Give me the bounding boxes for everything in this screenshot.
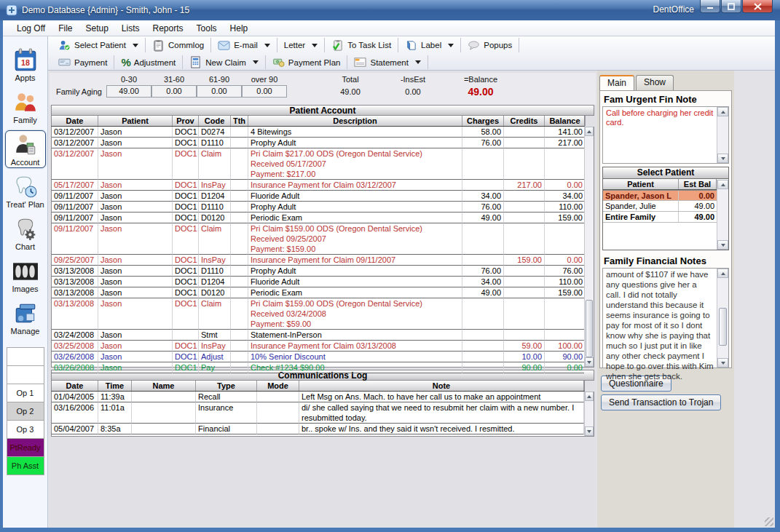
table-row[interactable]: 09/11/2007JasonDOC1D0120Periodic Exam49.…: [52, 213, 584, 223]
menu-file[interactable]: File: [52, 21, 79, 36]
menu-tools[interactable]: Tools: [190, 21, 224, 36]
financial-notes-text: amount of $1107 if we have any questions…: [603, 269, 728, 382]
scroll-down-icon[interactable]: [585, 357, 594, 367]
toolbar-new-claim-button[interactable]: New Claim: [184, 54, 264, 71]
scroll-thumb[interactable]: [586, 300, 593, 357]
payment-icon: [58, 56, 71, 68]
tab-show[interactable]: Show: [636, 75, 674, 90]
financial-notes-box[interactable]: amount of $1107 if we have any questions…: [602, 268, 729, 368]
table-row[interactable]: 01/04/200511:39aRecallLeft Msg on Ans. M…: [52, 392, 584, 402]
maximize-button[interactable]: [721, 0, 741, 13]
menu-setup[interactable]: Setup: [79, 21, 114, 36]
send-transaction-to-trojan-button[interactable]: Send Transaction to Trojan: [601, 394, 721, 410]
table-row[interactable]: 09/25/2007JasonDOC1InsPayInsurance Payme…: [52, 255, 584, 266]
financial-notes-scrollbar[interactable]: [717, 269, 728, 368]
toolbar-statement-button[interactable]: Statement: [348, 54, 426, 71]
app-icon: [6, 4, 17, 16]
aging-value-31-60: 0.00: [151, 85, 197, 98]
op-cell-op-2[interactable]: Op 2: [7, 402, 44, 421]
account-scrollbar[interactable]: [584, 127, 594, 367]
toolbar-label-button[interactable]: Label: [399, 36, 460, 54]
table-row[interactable]: 03/13/2008JasonDOC1ClaimPri Claim $159.0…: [52, 298, 584, 330]
dropdown-arrow-icon[interactable]: [264, 44, 270, 47]
table-row[interactable]: 03/24/2008JasonStmtStatement-InPerson: [52, 330, 584, 341]
table-row[interactable]: 09/11/2007JasonDOC1ClaimPri Claim $159.0…: [52, 223, 584, 255]
operatory-list: Op 1Op 2Op 3PtReadyPh Asst: [7, 347, 44, 475]
toolbar-select-patient-button[interactable]: Select Patient: [52, 36, 144, 54]
sidebar-item-treat-plan[interactable]: Treat' Plan: [5, 172, 46, 210]
treatplan-icon: [12, 175, 39, 199]
close-button[interactable]: [742, 0, 773, 13]
table-row[interactable]: 03/13/2008JasonDOC1D1110Prophy Adult76.0…: [52, 266, 584, 277]
menu-reports[interactable]: Reports: [146, 21, 190, 36]
scroll-up-icon[interactable]: [717, 269, 728, 278]
commlog-scrollbar[interactable]: [584, 392, 594, 436]
op-cell-ph-asst[interactable]: Ph Asst: [7, 457, 44, 475]
op-cell-empty-0[interactable]: [7, 348, 44, 366]
sidebar-item-images[interactable]: Images: [5, 257, 46, 295]
dropdown-arrow-icon[interactable]: [133, 44, 138, 47]
select-patient-row[interactable]: Spander, Jason L0.00: [603, 190, 717, 201]
aging-col-61-90: 61-90: [197, 75, 242, 84]
column-header-patient: Patient: [98, 116, 173, 126]
scroll-up-icon[interactable]: [585, 392, 594, 401]
scroll-down-icon[interactable]: [717, 358, 728, 368]
scroll-down-icon[interactable]: [717, 240, 728, 250]
toolbar-payment-button[interactable]: Payment: [52, 54, 113, 71]
sidebar-item-manage[interactable]: Manage: [5, 299, 46, 337]
op-cell-ptready[interactable]: PtReady: [7, 439, 44, 457]
select-patient-row[interactable]: Entire Family49.00: [603, 212, 717, 223]
scroll-down-icon[interactable]: [585, 426, 594, 436]
tab-main[interactable]: Main: [599, 75, 634, 90]
menu-log-off[interactable]: Log Off: [10, 21, 52, 36]
urgent-note-scrollbar[interactable]: [717, 107, 728, 163]
account-icon: [12, 132, 39, 157]
sidebar-item-account[interactable]: Account: [5, 130, 46, 168]
urgent-note-box[interactable]: Call before charging her credit card.: [602, 106, 729, 164]
table-row[interactable]: 03/12/2007JasonDOC1D02744 Bitewings58.00…: [52, 127, 584, 138]
resize-grip[interactable]: [765, 517, 773, 526]
toolbar-popups-button[interactable]: Popups: [462, 36, 518, 54]
menu-lists[interactable]: Lists: [115, 21, 146, 36]
sidebar-item-chart[interactable]: Chart: [5, 215, 46, 253]
toolbar-adjustment-button[interactable]: %Adjustment: [115, 54, 181, 71]
toolbar-e-mail-button[interactable]: E-mail: [212, 36, 276, 54]
op-cell-op-3[interactable]: Op 3: [7, 421, 44, 439]
toolbar-row-1: Select PatientCommlogE-mailLetterTo Task…: [48, 36, 775, 54]
table-row[interactable]: 03/13/2008JasonDOC1D0120Periodic Exam49.…: [52, 287, 584, 298]
app-window: Demo Database {Admin} - Smith, John - 15…: [0, 0, 780, 532]
dropdown-arrow-icon[interactable]: [253, 60, 259, 64]
select-patient-row[interactable]: Spander, Julie49.00: [603, 201, 717, 212]
dropdown-arrow-icon[interactable]: [448, 44, 454, 47]
commlog-icon: [152, 39, 165, 52]
table-row[interactable]: 09/11/2007JasonDOC1D1204Fluoride Adult34…: [52, 191, 584, 202]
table-row[interactable]: 03/25/2008JasonDOC1InsPayInsurance Payme…: [52, 341, 584, 352]
scroll-thumb[interactable]: [719, 308, 727, 346]
toolbar-payment-plan-button[interactable]: Payment Plan: [267, 54, 347, 71]
select-patient-scrollbar[interactable]: [717, 180, 728, 250]
sidebar-item-family[interactable]: Family: [5, 88, 46, 126]
toolbar-letter-button[interactable]: Letter: [278, 36, 323, 54]
table-row[interactable]: 05/04/20078:35aFinancialbr.. spoke w/ In…: [52, 424, 584, 434]
menu-help[interactable]: Help: [224, 21, 255, 36]
toolbar-commlog-button[interactable]: Commlog: [146, 36, 210, 54]
minimize-button[interactable]: [700, 0, 720, 13]
table-row[interactable]: 09/11/2007JasonDOC1D1110Prophy Adult76.0…: [52, 202, 584, 213]
dropdown-arrow-icon[interactable]: [312, 44, 318, 47]
dropdown-arrow-icon[interactable]: [415, 60, 421, 64]
toolbar-to-task-list-button[interactable]: To Task List: [326, 36, 397, 54]
op-cell-empty-1[interactable]: [7, 366, 44, 384]
table-row[interactable]: 03/16/200611:01aInsurancedi/ she called …: [52, 402, 584, 424]
table-row[interactable]: 03/26/2008JasonDOC1Adjust10% Senior Disc…: [52, 352, 584, 362]
table-row[interactable]: 03/13/2008JasonDOC1D1204Fluoride Adult34…: [52, 277, 584, 287]
sidebar-item-appts[interactable]: 18Appts: [5, 46, 46, 84]
scroll-down-icon[interactable]: [717, 154, 728, 163]
scroll-up-icon[interactable]: [717, 107, 728, 116]
table-row[interactable]: 03/12/2007JasonDOC1ClaimPri Claim $217.0…: [52, 148, 584, 180]
table-row[interactable]: 05/17/2007JasonDOC1InsPayInsurance Payme…: [52, 180, 584, 191]
scroll-up-icon[interactable]: [717, 180, 728, 189]
scroll-up-icon[interactable]: [585, 127, 594, 136]
table-row[interactable]: 03/26/2008JasonDOC1PayCheck #1234 $90.00…: [52, 362, 584, 373]
table-row[interactable]: 03/12/2007JasonDOC1D1110Prophy Adult76.0…: [52, 138, 584, 148]
op-cell-op-1[interactable]: Op 1: [7, 384, 44, 402]
